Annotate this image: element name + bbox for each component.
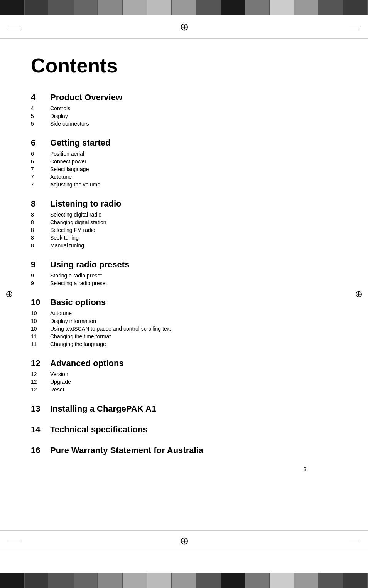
- bottom-left-lines: [8, 540, 19, 542]
- bottom-decorative-bar: [0, 573, 368, 588]
- item-page: 8: [31, 235, 50, 241]
- section-title-5: Basic options: [50, 297, 106, 307]
- standalone-section-number-2: 14: [31, 425, 50, 435]
- item-page: 8: [31, 227, 50, 233]
- standalone-section-title-2: Technical specifications: [50, 425, 148, 435]
- item-label: Selecting a radio preset: [50, 280, 107, 286]
- item-page: 11: [31, 341, 50, 347]
- toc-item: 4 Controls: [31, 105, 337, 112]
- toc-sections: 4 Product Overview 4 Controls 5 Display …: [31, 92, 337, 455]
- item-label: Upgrade: [50, 379, 71, 385]
- item-page: 4: [31, 105, 50, 111]
- header-area: ⊕: [0, 15, 368, 39]
- toc-section-product-overview: 4 Product Overview 4 Controls 5 Display …: [31, 92, 337, 127]
- toc-item: 11 Changing the language: [31, 341, 337, 348]
- item-label: Changing the language: [50, 341, 106, 347]
- item-label: Reset: [50, 386, 64, 393]
- section-title-4: Using radio presets: [50, 260, 129, 270]
- toc-item: 8 Seek tuning: [31, 234, 337, 241]
- item-page: 12: [31, 379, 50, 385]
- item-label: Side connectors: [50, 121, 89, 127]
- toc-item: 5 Side connectors: [31, 120, 337, 127]
- item-page: 7: [31, 174, 50, 180]
- item-page: 7: [31, 166, 50, 172]
- bottom-reg-mark: ⊕: [180, 534, 189, 547]
- toc-item: 6 Position aerial: [31, 150, 337, 157]
- standalone-section-number-3: 16: [31, 445, 50, 455]
- toc-section-basic-options: 10 Basic options 10 Autotune 10 Display …: [31, 297, 337, 348]
- item-page: 5: [31, 113, 50, 119]
- right-reg-mark: ⊕: [355, 289, 363, 299]
- item-label: Display: [50, 113, 68, 119]
- standalone-section-title-3: Pure Warranty Statement for Australia: [50, 445, 203, 455]
- header-right-lines: [349, 26, 360, 28]
- section-title-1: Product Overview: [50, 92, 122, 102]
- item-label: Controls: [50, 105, 70, 111]
- item-label: Connect power: [50, 158, 86, 165]
- top-decorative-bar: [0, 0, 368, 15]
- section-number-5: 10: [31, 297, 50, 307]
- item-page: 12: [31, 371, 50, 377]
- toc-item: 11 Changing the time format: [31, 333, 337, 340]
- toc-item: 8 Manual tuning: [31, 242, 337, 249]
- item-label: Selecting digital radio: [50, 212, 101, 218]
- section-number-6: 12: [31, 358, 50, 368]
- section-number-2: 6: [31, 138, 50, 148]
- item-label: Using textSCAN to pause and control scro…: [50, 326, 171, 332]
- toc-item: 12 Reset: [31, 386, 337, 393]
- item-label: Select language: [50, 166, 89, 172]
- toc-section-listening-to-radio: 8 Listening to radio 8 Selecting digital…: [31, 199, 337, 249]
- item-page: 6: [31, 151, 50, 157]
- toc-item: 10 Display information: [31, 318, 337, 324]
- page-number: 3: [31, 466, 337, 472]
- item-page: 10: [31, 318, 50, 324]
- toc-item: 7 Autotune: [31, 173, 337, 180]
- toc-item: 12 Upgrade: [31, 378, 337, 385]
- item-page: 8: [31, 242, 50, 249]
- item-page: 9: [31, 272, 50, 279]
- item-page: 8: [31, 219, 50, 225]
- bottom-right-lines: [349, 540, 360, 542]
- item-page: 5: [31, 121, 50, 127]
- item-label: Autotune: [50, 310, 72, 316]
- toc-item: 9 Storing a radio preset: [31, 272, 337, 279]
- item-label: Selecting FM radio: [50, 227, 95, 233]
- top-reg-mark: ⊕: [180, 20, 189, 33]
- toc-section-advanced-options: 12 Advanced options 12 Version 12 Upgrad…: [31, 358, 337, 393]
- toc-section-warranty: 16 Pure Warranty Statement for Australia: [31, 445, 337, 455]
- toc-section-technical-specs: 14 Technical specifications: [31, 425, 337, 435]
- item-label: Position aerial: [50, 151, 84, 157]
- toc-item: 5 Display: [31, 113, 337, 119]
- toc-item: 9 Selecting a radio preset: [31, 280, 337, 287]
- item-label: Manual tuning: [50, 242, 84, 249]
- standalone-section-title-1: Installing a ChargePAK A1: [50, 404, 156, 414]
- item-page: 9: [31, 280, 50, 286]
- item-page: 10: [31, 326, 50, 332]
- section-title-6: Advanced options: [50, 358, 124, 368]
- toc-section-chargepack: 13 Installing a ChargePAK A1: [31, 404, 337, 414]
- item-page: 7: [31, 181, 50, 188]
- item-page: 10: [31, 310, 50, 316]
- toc-item: 8 Changing digital station: [31, 219, 337, 226]
- toc-item: 7 Adjusting the volume: [31, 181, 337, 188]
- item-label: Adjusting the volume: [50, 181, 100, 188]
- section-title-3: Listening to radio: [50, 199, 122, 209]
- item-label: Changing digital station: [50, 219, 106, 225]
- toc-item: 6 Connect power: [31, 158, 337, 165]
- section-number-4: 9: [31, 260, 50, 270]
- toc-item: 8 Selecting FM radio: [31, 227, 337, 234]
- section-number-3: 8: [31, 199, 50, 209]
- toc-item: 10 Using textSCAN to pause and control s…: [31, 325, 337, 332]
- toc-section-radio-presets: 9 Using radio presets 9 Storing a radio …: [31, 260, 337, 287]
- item-label: Storing a radio preset: [50, 272, 102, 279]
- header-left-lines: [8, 26, 19, 28]
- item-page: 12: [31, 386, 50, 393]
- main-content: Contents 4 Product Overview 4 Controls 5…: [0, 39, 368, 496]
- section-number-1: 4: [31, 92, 50, 102]
- item-label: Changing the time format: [50, 333, 111, 339]
- toc-item: 7 Select language: [31, 166, 337, 173]
- item-page: 6: [31, 158, 50, 165]
- item-label: Display information: [50, 318, 96, 324]
- page-title: Contents: [31, 54, 337, 77]
- toc-item: 10 Autotune: [31, 310, 337, 317]
